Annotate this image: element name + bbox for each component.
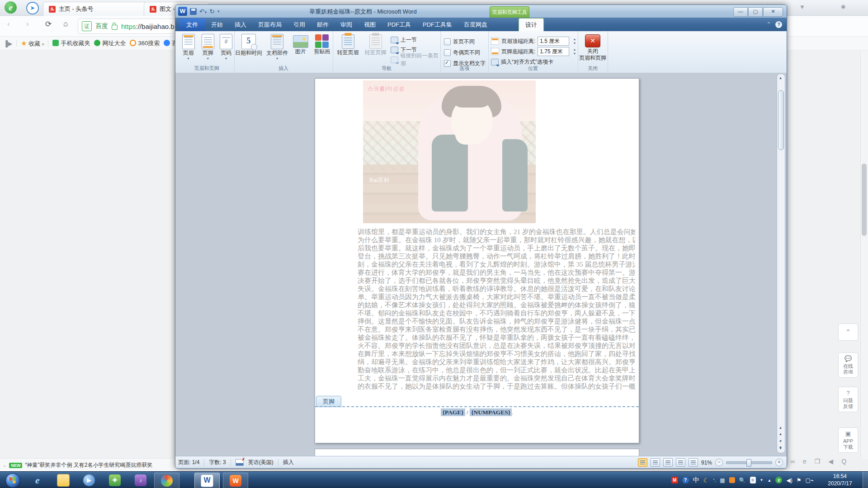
overflow-chevron-icon[interactable]: ▼ — [760, 478, 764, 482]
show-desktop-button[interactable] — [863, 472, 868, 488]
footer-distance-input[interactable]: 1.75 厘米 — [538, 47, 569, 56]
header-button[interactable]: 页眉▾ — [179, 33, 198, 65]
action-center-flag-icon[interactable]: ⚑ — [797, 477, 802, 483]
online-consult-button[interactable]: 💬 在线咨询 — [838, 352, 858, 378]
previous-section-button[interactable]: 上一节 — [391, 35, 443, 44]
app-download-button[interactable]: ▣ APP下载 — [838, 427, 858, 453]
outline-view-button[interactable] — [676, 458, 685, 467]
tab-pdf-tools[interactable]: PDF工具 — [382, 19, 417, 31]
keyboard-icon[interactable]: ▦ — [720, 477, 725, 483]
tab-pdf-toolset[interactable]: PDF工具集 — [417, 19, 458, 31]
spinner-control[interactable]: ▲▼ — [571, 37, 577, 45]
scroll-thumb[interactable] — [778, 90, 784, 150]
expand-bookmarks-icon[interactable]: ▐▶ — [4, 40, 12, 47]
previous-page-icon[interactable]: ▲▲ — [778, 425, 783, 431]
collapse-icon[interactable]: ⌄ — [3, 463, 6, 468]
gear-icon[interactable]: ✱ — [841, 4, 846, 10]
picture-button[interactable]: 图片 — [292, 33, 310, 65]
taskbar-360-browser[interactable] — [154, 473, 179, 488]
tray-m-icon[interactable]: M — [671, 477, 678, 483]
punct-indicator[interactable]: °, — [713, 478, 716, 483]
footer-fields[interactable]: {PAGE} / {NUMPAGES}. — [315, 409, 639, 416]
moon-icon[interactable]: ☾ — [703, 477, 709, 484]
tab-mailings[interactable]: 邮件 — [311, 19, 335, 31]
document-page[interactable]: 스크롤|이성경 Bai百科 训练馆里，都是举重运动员的身影。我们的女主角，21 … — [315, 78, 639, 443]
word-titlebar[interactable]: W ↶▾ ↻ ▾ 举重妖精金福珠--原文档 - Microsoft Word 页… — [175, 5, 787, 19]
link-to-previous-button[interactable]: 链接到前一条页眉 — [391, 55, 443, 64]
home-icon[interactable]: ⌂ — [63, 19, 68, 28]
document-photo[interactable]: 스크롤|이성경 Bai百科 — [363, 80, 536, 223]
360-tray-icon[interactable]: e — [775, 477, 782, 483]
speaker-icon[interactable]: ◀) — [786, 477, 792, 483]
zoom-level[interactable]: 91% — [701, 460, 712, 466]
date-time-button[interactable]: 日期和时间 — [234, 33, 263, 65]
doc-tray-icon[interactable]: ≡ — [750, 477, 756, 483]
page-indicator[interactable]: 页面: 1/4 — [178, 459, 199, 466]
page-number-button[interactable]: 页码▾ — [218, 33, 234, 65]
refresh-icon[interactable]: ⟳ — [45, 19, 52, 29]
maximize-button[interactable]: ▢ — [748, 7, 763, 17]
tab-review[interactable]: 审阅 — [335, 19, 358, 31]
numpages-field[interactable]: {NUMPAGES} — [470, 408, 512, 416]
clipart-button[interactable]: 剪贴画 — [311, 33, 333, 65]
tab-design-active[interactable]: 设计 — [519, 18, 544, 31]
zoom-slider-thumb[interactable] — [746, 459, 751, 467]
ime-indicator[interactable]: 中 — [693, 476, 699, 484]
browser-bottom-icons[interactable]: ∞e❐◀Q — [790, 458, 863, 465]
tab-view[interactable]: 视图 — [358, 19, 382, 31]
tab-home[interactable]: 开始 — [205, 19, 229, 31]
zoom-in-button[interactable]: + — [775, 459, 783, 466]
taskbar-explorer[interactable] — [51, 473, 75, 488]
scrollbar-thumb[interactable] — [862, 164, 867, 236]
browser-logo-icon[interactable]: e — [5, 1, 17, 14]
page-field[interactable]: {PAGE} — [441, 408, 465, 416]
sogou-icon[interactable] — [729, 477, 735, 483]
bookmark-mobile[interactable]: 手机收藏夹 — [52, 39, 90, 47]
minimize-button[interactable]: — — [733, 7, 748, 17]
taskbar-360-safe[interactable]: ✚ — [103, 473, 127, 488]
back-to-top-button[interactable]: ⌃ — [838, 324, 858, 341]
start-button[interactable] — [5, 473, 20, 488]
browser-tab-home[interactable]: 头 主页 - 头条号 — [43, 2, 150, 16]
tab-references[interactable]: 引用 — [288, 19, 311, 31]
tab-page-layout[interactable]: 页面布局 — [252, 19, 288, 31]
tab-insert[interactable]: 插入 — [229, 19, 252, 31]
different-first-page-checkbox[interactable]: 首页不同 — [444, 37, 475, 46]
language-indicator[interactable]: 英语(美国) — [248, 459, 274, 466]
ticker-text[interactable]: “神童”获奖并非个例 又有2名小学生研究喝茶抗癌获奖 — [25, 461, 152, 469]
tray-help-icon[interactable]: ? — [682, 477, 689, 483]
compass-icon[interactable]: ➤ — [26, 2, 39, 14]
footer-button[interactable]: 页脚▾ — [198, 33, 217, 65]
forward-icon[interactable]: › — [26, 19, 29, 28]
spellcheck-icon[interactable] — [236, 459, 244, 466]
taskbar-media-player[interactable]: ▶ — [77, 473, 101, 488]
draft-view-button[interactable] — [689, 458, 698, 467]
favorites-button[interactable]: ★ 收藏 ▾ — [21, 39, 44, 48]
insert-mode[interactable]: 插入 — [283, 459, 294, 466]
show-hidden-icons[interactable]: ▲ — [768, 478, 772, 483]
close-header-footer-button[interactable]: ✕ 关闭 页眉和页脚 — [579, 33, 607, 65]
next-page-icon[interactable]: ▼▼ — [778, 438, 783, 445]
funnel-icon[interactable]: ▼ — [799, 4, 805, 10]
taskbar-wps[interactable]: W — [223, 473, 248, 488]
news-ticker[interactable]: ⌄ NEW “神童”获奖并非个例 又有2名小学生研究喝茶抗癌获奖 — [0, 458, 178, 472]
taskbar-word-active[interactable]: W — [194, 473, 220, 488]
scroll-down-icon[interactable]: ▼ — [778, 446, 783, 452]
network-icon[interactable]: ▢⌁ — [805, 477, 814, 483]
taskbar-ie[interactable]: e — [25, 473, 50, 488]
collapse-ribbon-icon[interactable]: ⌃ — [767, 21, 771, 28]
quick-parts-button[interactable]: 文档部件▾ — [264, 33, 289, 65]
tab-baidu-pan[interactable]: 百度网盘 — [458, 19, 493, 31]
fullscreen-reading-view-button[interactable] — [651, 458, 660, 467]
back-icon[interactable]: ‹ — [7, 19, 10, 28]
goto-header-button[interactable]: 转至页眉 — [335, 33, 360, 65]
header-distance-input[interactable]: 1.5 厘米 — [538, 37, 569, 46]
zoom-out-button[interactable]: − — [715, 459, 723, 466]
feedback-button[interactable]: ? 问题反馈 — [838, 387, 858, 412]
taskbar-app-5[interactable]: ♪ — [128, 473, 153, 488]
zoom-slider[interactable] — [726, 461, 772, 464]
scroll-up-icon[interactable]: ▲ — [778, 75, 783, 81]
bookmark-360search[interactable]: 360搜索 — [130, 39, 160, 47]
print-layout-view-button[interactable] — [638, 458, 647, 467]
help-icon[interactable]: ? — [775, 21, 782, 28]
